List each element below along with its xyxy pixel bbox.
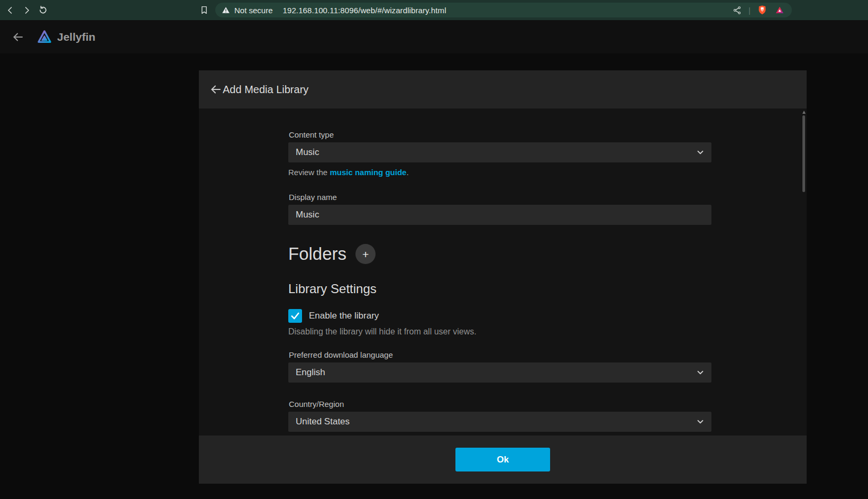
browser-toolbar: Not secure 192.168.100.11:8096/web/#/wiz…	[0, 0, 868, 20]
naming-guide-helper: Review the music naming guide.	[288, 168, 711, 177]
chevron-down-icon	[696, 417, 705, 429]
chevron-left-icon	[5, 5, 15, 15]
brave-shields-button[interactable]	[756, 4, 768, 16]
dialog-title: Add Media Library	[223, 84, 308, 96]
preferred-language-label: Preferred download language	[289, 350, 711, 359]
scrollbar-up-arrow-icon[interactable]	[802, 111, 806, 114]
brand-name: Jellyfin	[57, 31, 95, 43]
bat-icon	[775, 5, 784, 15]
content-type-select[interactable]: Music	[288, 142, 711, 162]
brave-rewards-button[interactable]	[774, 4, 785, 16]
country-region-select[interactable]: United States	[288, 412, 711, 432]
arrow-left-icon	[12, 31, 24, 43]
display-name-input[interactable]	[288, 205, 711, 225]
add-folder-button[interactable]: +	[355, 244, 376, 264]
content-type-group: Content type Music Review the music nami…	[288, 130, 711, 177]
country-region-label: Country/Region	[289, 400, 711, 409]
ok-button[interactable]: Ok	[455, 448, 550, 471]
helper-suffix: .	[406, 168, 408, 177]
browser-forward-button[interactable]	[21, 4, 32, 16]
enable-library-label: Enable the library	[309, 311, 379, 321]
preferred-language-group: Preferred download language English	[288, 350, 711, 383]
chevron-down-icon	[696, 148, 705, 160]
library-form: Content type Music Review the music nami…	[288, 108, 711, 432]
add-media-library-dialog: Add Media Library Content type Music Rev…	[199, 70, 807, 484]
dialog-header: Add Media Library	[199, 70, 807, 108]
share-icon	[733, 6, 742, 15]
app-back-button[interactable]	[11, 30, 25, 44]
plus-icon: +	[362, 249, 369, 260]
dialog-back-button[interactable]	[209, 83, 223, 96]
enable-library-help: Disabling the library will hide it from …	[288, 326, 711, 337]
folders-heading: Folders	[288, 242, 346, 266]
chevron-right-icon	[22, 5, 32, 15]
dialog-footer: Ok	[199, 436, 807, 484]
chevron-down-icon	[696, 368, 705, 380]
country-region-value: United States	[296, 416, 350, 427]
display-name-label: Display name	[289, 193, 711, 202]
enable-library-row: Enable the library	[288, 309, 711, 323]
arrow-left-icon	[209, 83, 222, 96]
address-bar[interactable]: Not secure 192.168.100.11:8096/web/#/wiz…	[215, 3, 792, 17]
warning-icon	[222, 6, 230, 14]
library-settings-heading: Library Settings	[288, 282, 711, 296]
brave-shield-icon	[757, 5, 767, 15]
scrollbar-thumb[interactable]	[802, 115, 805, 192]
enable-library-checkbox[interactable]	[288, 309, 302, 323]
url-text: 192.168.100.11:8096/web/#/wizardlibrary.…	[283, 6, 446, 15]
address-bar-actions: |	[731, 4, 785, 16]
wizard-page: Add Media Library Content type Music Rev…	[0, 53, 868, 499]
jellyfin-logo-icon	[36, 29, 52, 45]
app-header: Jellyfin	[0, 20, 868, 53]
dialog-body: Content type Music Review the music nami…	[199, 108, 807, 436]
content-type-value: Music	[296, 147, 319, 158]
browser-nav-group	[4, 4, 49, 16]
music-naming-guide-link[interactable]: music naming guide	[330, 168, 406, 177]
folders-section: Folders +	[288, 242, 711, 266]
country-region-group: Country/Region United States	[288, 400, 711, 432]
preferred-language-value: English	[296, 367, 325, 378]
share-button[interactable]	[731, 4, 743, 16]
content-type-label: Content type	[289, 130, 711, 139]
bookmark-button[interactable]	[198, 4, 211, 16]
preferred-language-select[interactable]: English	[288, 362, 711, 383]
reload-icon	[38, 5, 48, 15]
display-name-group: Display name	[288, 193, 711, 225]
checkmark-icon	[290, 311, 300, 321]
browser-reload-button[interactable]	[37, 4, 49, 16]
helper-prefix: Review the	[288, 168, 330, 177]
browser-back-button[interactable]	[4, 4, 16, 16]
dialog-scrollbar	[801, 108, 807, 436]
toolbar-separator: |	[748, 6, 751, 14]
bookmark-icon	[199, 5, 209, 15]
security-label: Not secure	[234, 6, 273, 15]
